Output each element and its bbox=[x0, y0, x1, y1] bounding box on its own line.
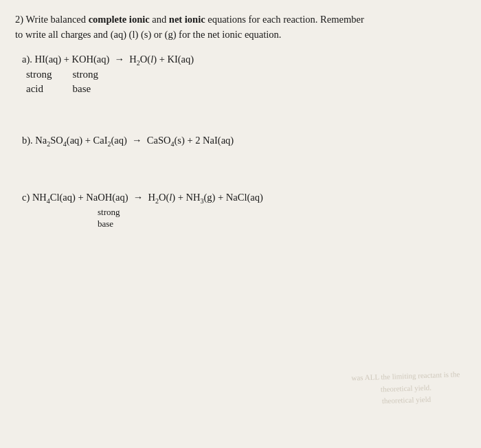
section-b-label: b). Na2SO4(aq) + CaI2(aq) → CaSO4(s) + 2… bbox=[22, 133, 234, 149]
equation-b-line: b). Na2SO4(aq) + CaI2(aq) → CaSO4(s) + 2… bbox=[22, 133, 466, 149]
section-c: c) NH4Cl(aq) + NaOH(aq) → H2O(l) + NH3(g… bbox=[15, 190, 466, 230]
label-c-base: base bbox=[98, 218, 466, 230]
watermark: was ALL the limiting reactant is the the… bbox=[351, 368, 461, 408]
section-a-label: a). HI(aq) + KOH(aq) → H2O(l) + KI(aq) bbox=[22, 52, 194, 68]
label-a-strong-acid: strong acid bbox=[26, 67, 52, 96]
label-a-strong2: strong bbox=[73, 67, 99, 81]
question-header: 2) Write balanced complete ionic and net… bbox=[15, 12, 466, 43]
bold-complete-ionic: complete ionic bbox=[89, 14, 150, 25]
bold-net-ionic: net ionic bbox=[169, 14, 205, 25]
label-a-strong: strong bbox=[26, 67, 52, 81]
equation-c-line: c) NH4Cl(aq) + NaOH(aq) → H2O(l) + NH3(g… bbox=[22, 190, 466, 206]
instruction-start: Write balanced bbox=[25, 14, 86, 25]
instruction-mid: and bbox=[152, 14, 169, 25]
label-a-acid: acid bbox=[26, 82, 52, 96]
equation-a-line: a). HI(aq) + KOH(aq) → H2O(l) + KI(aq) bbox=[22, 52, 466, 68]
watermark-line-3: theoretical yield bbox=[353, 393, 461, 409]
question-number: 2) bbox=[15, 14, 23, 25]
label-a-strong-base: strong base bbox=[73, 67, 99, 96]
section-b: b). Na2SO4(aq) + CaI2(aq) → CaSO4(s) + 2… bbox=[15, 133, 466, 149]
page: 2) Write balanced complete ionic and net… bbox=[0, 0, 481, 448]
section-c-label: c) NH4Cl(aq) + NaOH(aq) → H2O(l) + NH3(g… bbox=[22, 190, 263, 206]
label-c-strong-base: strong base bbox=[98, 206, 466, 230]
label-a-base: base bbox=[73, 82, 99, 96]
label-c-strong: strong bbox=[98, 206, 466, 219]
section-a: a). HI(aq) + KOH(aq) → H2O(l) + KI(aq) s… bbox=[15, 52, 466, 96]
labels-a: strong acid strong base bbox=[26, 67, 466, 96]
